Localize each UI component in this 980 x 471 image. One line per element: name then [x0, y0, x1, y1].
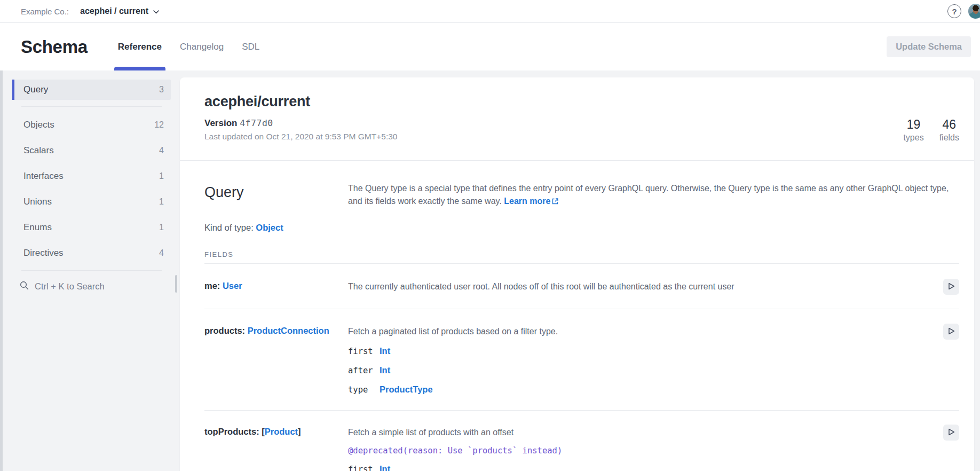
run-in-explorer-button[interactable]	[943, 324, 959, 340]
sidebar-item-label: Directives	[23, 248, 64, 258]
type-description: The Query type is a special type that de…	[348, 182, 959, 208]
argument-row: after Int	[348, 365, 937, 375]
schema-search[interactable]: Ctrl + K to Search	[20, 281, 171, 292]
argument-name: first	[348, 347, 380, 356]
schema-stats: 19 types 46 fields	[903, 117, 959, 160]
tab-reference[interactable]: Reference	[109, 23, 171, 70]
field-type-link[interactable]: Product	[265, 427, 298, 436]
chevron-down-icon	[153, 6, 159, 16]
field-body: Fetch a simple list of products with an …	[348, 427, 937, 471]
argument-row: first Int	[348, 346, 937, 356]
sidebar-item-count: 12	[154, 120, 164, 130]
org-label: Example Co.:	[21, 7, 69, 16]
stat-label: types	[903, 133, 923, 143]
argument-type-link[interactable]: Int	[380, 365, 390, 375]
sidebar-item-count: 3	[159, 85, 164, 95]
field-row-me: me: User The currently authenticated use…	[204, 264, 959, 309]
version-value: 4f77d0	[240, 118, 273, 128]
argument-name: after	[348, 366, 380, 375]
sidebar-divider	[21, 106, 162, 107]
scrollbar-thumb[interactable]	[175, 275, 177, 293]
sidebar-item-objects[interactable]: Objects 12	[12, 112, 171, 138]
kind-of-type-row: Kind of type: Object	[204, 223, 959, 233]
schema-type-sidebar: Query 3 Objects 12 Scalars 4 Interfaces …	[12, 80, 171, 471]
field-name: topProducts:	[204, 427, 259, 436]
field-description: Fetch a paginated list of products based…	[348, 326, 937, 337]
content-area: Query 3 Objects 12 Scalars 4 Interfaces …	[0, 70, 980, 471]
page-header: Schema Reference Changelog SDL Update Sc…	[0, 23, 980, 70]
field-body: The currently authenticated user root. A…	[348, 281, 937, 295]
sidebar-item-scalars[interactable]: Scalars 4	[12, 138, 171, 163]
type-name: Query	[204, 184, 348, 201]
field-name-cell: products: ProductConnection	[204, 326, 348, 395]
type-bracket-close: ]	[298, 427, 301, 436]
tab-bar: Reference Changelog SDL	[109, 23, 269, 70]
play-icon	[948, 282, 955, 292]
version-label: Version	[204, 118, 237, 128]
help-icon[interactable]: ?	[947, 4, 961, 18]
field-type-link[interactable]: ProductConnection	[248, 326, 329, 335]
field-name-cell: me: User	[204, 281, 348, 295]
field-description: Fetch a simple list of products with an …	[348, 427, 937, 438]
learn-more-link[interactable]: Learn more	[504, 197, 558, 206]
run-in-explorer-button[interactable]	[943, 425, 959, 441]
argument-row: type ProductType	[348, 384, 937, 395]
search-hint: Ctrl + K to Search	[35, 281, 105, 292]
fields-section-label: FIELDS	[204, 250, 959, 258]
graph-title: acephei/current	[204, 93, 397, 110]
sidebar-item-interfaces[interactable]: Interfaces 1	[12, 163, 171, 189]
external-link-icon	[552, 195, 558, 208]
kind-label: Kind of type:	[204, 223, 254, 232]
argument-row: first Int	[348, 464, 937, 471]
sidebar-item-count: 4	[159, 146, 164, 155]
graph-selector-label: acephei / current	[80, 6, 148, 16]
sidebar-item-label: Objects	[23, 120, 54, 130]
tab-sdl[interactable]: SDL	[233, 23, 268, 70]
sidebar-item-unions[interactable]: Unions 1	[12, 189, 171, 215]
argument-name: type	[348, 386, 380, 394]
sidebar-item-directives[interactable]: Directives 4	[12, 240, 171, 266]
graph-selector-dropdown[interactable]: acephei / current	[80, 6, 159, 16]
field-row-top-products: topProducts: [Product] Fetch a simple li…	[204, 411, 959, 471]
user-avatar[interactable]	[968, 4, 980, 19]
type-head: Query The Query type is a special type t…	[204, 182, 959, 208]
field-row-products: products: ProductConnection Fetch a pagi…	[204, 309, 959, 411]
argument-type-link[interactable]: Int	[380, 464, 390, 471]
sidebar-item-count: 1	[159, 223, 164, 232]
query-type-section: Query The Query type is a special type t…	[180, 182, 974, 471]
last-updated-text: Last updated on Oct 21, 2020 at 9:53 PM …	[204, 132, 397, 142]
sidebar-item-count: 4	[159, 248, 164, 258]
topbar-right: ?	[947, 4, 980, 19]
schema-reference-card: acephei/current Version 4f77d0 Last upda…	[180, 77, 974, 471]
stat-fields: 46 fields	[939, 117, 959, 160]
sidebar-item-count: 1	[159, 197, 164, 207]
sidebar-item-enums[interactable]: Enums 1	[12, 215, 171, 240]
field-body: Fetch a paginated list of products based…	[348, 326, 937, 395]
left-edge-strip	[0, 70, 3, 471]
argument-name: first	[348, 465, 380, 471]
top-bar: Example Co.: acephei / current ?	[0, 0, 980, 23]
sidebar-divider	[21, 270, 162, 271]
stat-value: 19	[903, 117, 923, 132]
sidebar-item-count: 1	[159, 171, 164, 181]
argument-type-link[interactable]: Int	[380, 346, 390, 356]
sidebar-item-label: Enums	[23, 222, 52, 233]
stat-types: 19 types	[903, 117, 923, 160]
field-type-link[interactable]: User	[223, 281, 242, 291]
deprecated-annotation: @deprecated(reason: Use `products` inste…	[348, 446, 937, 455]
update-schema-button[interactable]: Update Schema	[887, 36, 971, 57]
tab-changelog[interactable]: Changelog	[171, 23, 233, 70]
kind-value-link[interactable]: Object	[256, 223, 283, 232]
graph-summary-left: acephei/current Version 4f77d0 Last upda…	[204, 93, 397, 160]
sidebar-item-label: Scalars	[23, 145, 54, 156]
run-in-explorer-button[interactable]	[943, 279, 959, 295]
stat-value: 46	[939, 117, 959, 132]
argument-type-link[interactable]: ProductType	[380, 384, 433, 395]
sidebar-item-label: Unions	[23, 197, 52, 207]
stat-label: fields	[939, 133, 959, 143]
field-name-cell: topProducts: [Product]	[204, 427, 348, 471]
sidebar-item-query[interactable]: Query 3	[12, 80, 171, 100]
search-icon	[20, 281, 29, 292]
page-title: Schema	[21, 37, 88, 57]
play-icon	[948, 428, 955, 437]
